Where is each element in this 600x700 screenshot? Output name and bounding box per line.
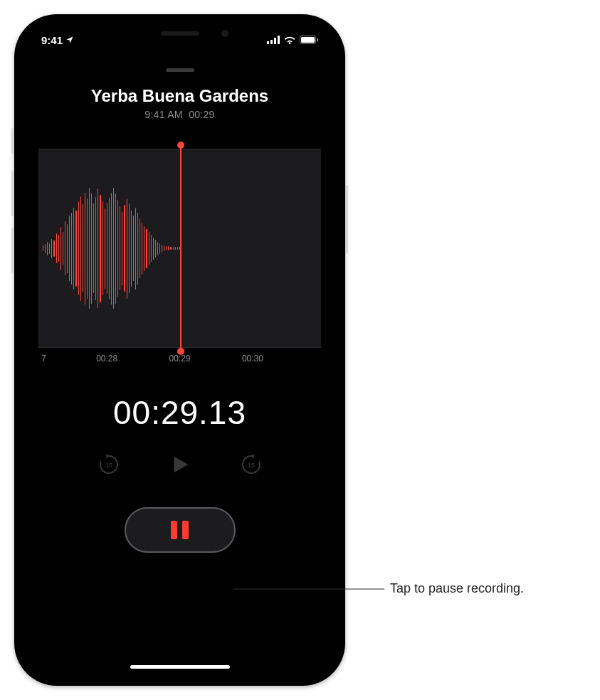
pause-recording-button[interactable] [125, 507, 236, 553]
recording-subtitle: 9:41 AM 00:29 [38, 109, 321, 120]
rewind-15-button: 15 [93, 449, 125, 480]
timeline-tick: 00:28 [70, 354, 143, 364]
phone-volume-down [11, 228, 14, 273]
cellular-signal-icon [267, 36, 280, 44]
svg-rect-6 [317, 38, 318, 42]
callout-label: Tap to pause recording. [390, 581, 524, 596]
phone-power-button [345, 185, 348, 253]
svg-rect-2 [274, 38, 276, 44]
wifi-icon [284, 36, 295, 44]
timeline-tick: 00:30 [216, 354, 289, 364]
timeline-tick: 7 [41, 354, 70, 364]
svg-rect-3 [278, 36, 280, 44]
screen: 9:41 Yerba Buena Gardens 9:41 AM 00:29 [24, 24, 335, 676]
battery-icon [300, 36, 318, 44]
timeline-tick [289, 354, 318, 364]
recording-duration-short: 00:29 [189, 109, 215, 120]
waveform-area[interactable] [38, 149, 321, 348]
phone-frame: 9:41 Yerba Buena Gardens 9:41 AM 00:29 [14, 14, 345, 686]
recording-title[interactable]: Yerba Buena Gardens [38, 86, 321, 106]
location-arrow-icon [65, 36, 74, 44]
transport-controls: 15 15 [38, 449, 321, 480]
play-button [164, 449, 196, 480]
svg-text:15: 15 [247, 462, 254, 469]
phone-volume-up [11, 171, 14, 216]
recording-sheet: Yerba Buena Gardens 9:41 AM 00:29 7 00:2… [24, 55, 335, 676]
svg-rect-0 [267, 41, 269, 44]
elapsed-timer: 00:29.13 [38, 393, 321, 432]
svg-rect-1 [270, 40, 273, 44]
status-time: 9:41 [41, 34, 63, 46]
sheet-grabber[interactable] [166, 68, 194, 72]
home-indicator[interactable] [130, 665, 230, 669]
forward-15-button: 15 [236, 449, 267, 480]
timeline-tick: 00:29 [143, 354, 216, 364]
svg-text:15: 15 [105, 462, 112, 469]
speaker-grille [161, 31, 199, 36]
phone-mute-switch [11, 128, 14, 154]
recording-time-label: 9:41 AM [144, 109, 182, 120]
front-camera [221, 30, 228, 37]
waveform-bars [38, 184, 180, 312]
svg-rect-5 [301, 37, 315, 43]
notch [109, 24, 251, 46]
playhead[interactable] [180, 145, 181, 351]
pause-icon [171, 521, 189, 539]
